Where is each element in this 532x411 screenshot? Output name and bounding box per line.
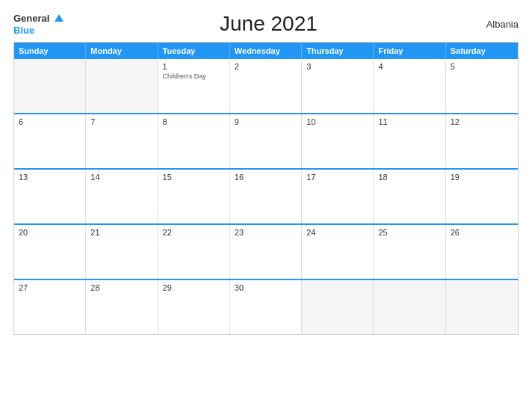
day-number: 7 <box>90 117 152 126</box>
day-cell: 7 <box>86 114 158 168</box>
day-number: 10 <box>306 117 368 126</box>
week-row-2: 6789101112 <box>14 113 518 168</box>
logo-triangle-icon <box>55 14 64 22</box>
day-event: Children's Day <box>163 72 225 80</box>
day-number: 6 <box>19 117 81 126</box>
page: General Blue June 2021 Albania Sunday Mo… <box>0 0 532 411</box>
day-cell: 15 <box>158 170 230 223</box>
day-cell <box>86 59 158 113</box>
day-number: 16 <box>235 173 297 182</box>
day-cell <box>302 280 374 334</box>
day-cell <box>446 280 518 334</box>
day-cell: 23 <box>230 225 302 279</box>
calendar-title: June 2021 <box>64 12 474 36</box>
day-cell: 6 <box>14 114 86 168</box>
week-row-1: 1Children's Day2345 <box>14 59 518 113</box>
day-cell: 13 <box>14 170 86 223</box>
header: General Blue June 2021 Albania <box>13 12 519 36</box>
day-cell: 22 <box>158 225 230 279</box>
day-cell <box>14 59 86 113</box>
logo-bottom: Blue <box>13 24 34 36</box>
calendar: Sunday Monday Tuesday Wednesday Thursday… <box>13 42 519 335</box>
day-number: 17 <box>306 173 368 182</box>
day-cell: 27 <box>14 280 86 334</box>
week-row-4: 20212223242526 <box>14 223 518 279</box>
day-cell <box>374 280 445 334</box>
day-number: 9 <box>235 117 297 126</box>
day-cell: 11 <box>374 114 445 168</box>
day-number: 21 <box>90 228 152 237</box>
week-row-3: 13141516171819 <box>14 168 518 223</box>
day-cell: 8 <box>158 114 230 168</box>
day-number: 27 <box>19 283 81 292</box>
day-number: 30 <box>235 283 297 292</box>
day-number: 3 <box>306 62 368 71</box>
day-cell: 20 <box>14 225 86 279</box>
day-cell: 21 <box>86 225 158 279</box>
day-cell: 30 <box>230 280 302 334</box>
day-number: 11 <box>378 117 440 126</box>
logo-top: General <box>13 12 64 24</box>
country-label: Albania <box>474 19 519 30</box>
day-number: 15 <box>163 173 225 182</box>
weeks-container: 1Children's Day2345678910111213141516171… <box>14 59 518 334</box>
day-number: 20 <box>19 228 81 237</box>
day-number: 1 <box>163 62 225 71</box>
day-header-saturday: Saturday <box>446 43 518 59</box>
day-header-monday: Monday <box>86 43 158 59</box>
day-cell: 16 <box>230 170 302 223</box>
logo-general-text: General <box>13 13 49 24</box>
day-number: 29 <box>163 283 225 292</box>
day-header-sunday: Sunday <box>14 43 86 59</box>
day-number: 12 <box>451 117 513 126</box>
day-cell: 24 <box>302 225 374 279</box>
week-row-5: 27282930 <box>14 279 518 334</box>
day-header-wednesday: Wednesday <box>230 43 302 59</box>
day-header-friday: Friday <box>374 43 445 59</box>
day-number: 18 <box>378 173 440 182</box>
day-cell: 17 <box>302 170 374 223</box>
day-number: 5 <box>451 62 513 71</box>
day-number: 26 <box>451 228 513 237</box>
day-number: 24 <box>306 228 368 237</box>
day-cell: 9 <box>230 114 302 168</box>
day-cell: 3 <box>302 59 374 113</box>
day-cell: 28 <box>86 280 158 334</box>
day-number: 28 <box>90 283 152 292</box>
day-number: 23 <box>235 228 297 237</box>
day-cell: 4 <box>374 59 445 113</box>
day-cell: 19 <box>446 170 518 223</box>
day-cell: 18 <box>374 170 445 223</box>
day-cell: 26 <box>446 225 518 279</box>
day-cell: 2 <box>230 59 302 113</box>
day-cell: 5 <box>446 59 518 113</box>
day-cell: 1Children's Day <box>158 59 230 113</box>
day-number: 2 <box>235 62 297 71</box>
day-number: 22 <box>163 228 225 237</box>
day-cell: 10 <box>302 114 374 168</box>
day-cell: 25 <box>374 225 445 279</box>
day-number: 25 <box>378 228 440 237</box>
day-headers-row: Sunday Monday Tuesday Wednesday Thursday… <box>14 43 518 59</box>
day-cell: 29 <box>158 280 230 334</box>
day-number: 19 <box>451 173 513 182</box>
day-header-tuesday: Tuesday <box>158 43 230 59</box>
day-cell: 14 <box>86 170 158 223</box>
day-number: 4 <box>378 62 440 71</box>
day-cell: 12 <box>446 114 518 168</box>
day-header-thursday: Thursday <box>302 43 374 59</box>
day-number: 13 <box>19 173 81 182</box>
day-number: 8 <box>163 117 225 126</box>
day-number: 14 <box>90 173 152 182</box>
logo: General Blue <box>13 12 64 36</box>
logo-blue-text: Blue <box>13 25 34 36</box>
